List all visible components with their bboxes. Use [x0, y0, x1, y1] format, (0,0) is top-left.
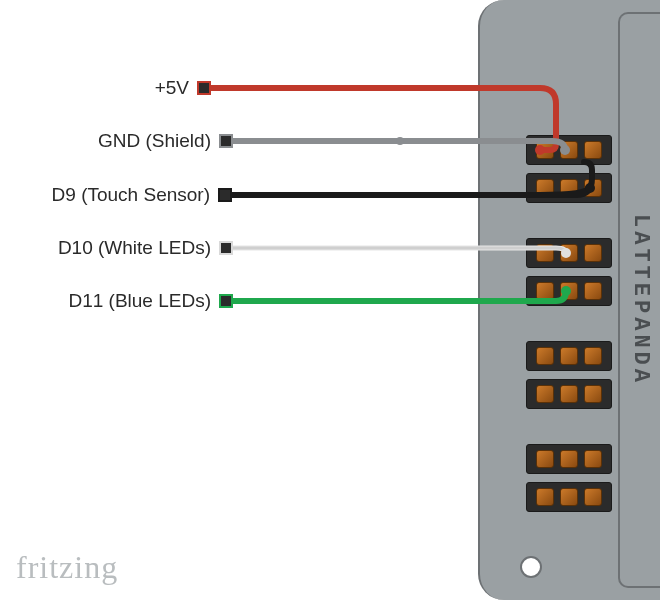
diagram-canvas: LATTEPANDA +5V GND (Sh [0, 0, 660, 600]
wire-row-d11: D11 (Blue LEDs) [62, 294, 233, 308]
pin-header [526, 276, 612, 306]
svg-point-1 [396, 137, 404, 145]
footer-brand: fritzing [16, 549, 118, 586]
mounting-hole-icon [520, 556, 542, 578]
terminal-icon [197, 81, 211, 95]
board-label: LATTEPANDA [628, 214, 653, 386]
wire-row-gnd: GND (Shield) [97, 134, 233, 148]
pin-header [526, 379, 612, 409]
terminal-icon [218, 188, 232, 202]
pin-header [526, 135, 612, 165]
wire-row-d10: D10 (White LEDs) [53, 241, 233, 255]
terminal-icon [219, 294, 233, 308]
terminal-icon [219, 134, 233, 148]
pin-header [526, 341, 612, 371]
wire-label: D9 (Touch Sensor) [34, 184, 210, 206]
wire-label: D10 (White LEDs) [53, 237, 211, 259]
wire-row-d9: D9 (Touch Sensor) [34, 188, 232, 202]
wire-label: D11 (Blue LEDs) [62, 290, 211, 312]
pin-header [526, 238, 612, 268]
wire-label: +5V [141, 77, 189, 99]
terminal-icon [219, 241, 233, 255]
wire-label: GND (Shield) [97, 130, 211, 152]
brand-strip: LATTEPANDA [618, 12, 660, 588]
pin-header [526, 482, 612, 512]
wire-row-5v: +5V [141, 81, 211, 95]
pin-header [526, 173, 612, 203]
board-lattepanda: LATTEPANDA [478, 0, 660, 600]
pin-header [526, 444, 612, 474]
